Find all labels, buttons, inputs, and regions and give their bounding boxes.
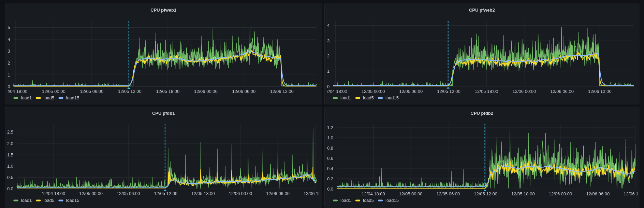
svg-text:12/06 06:00: 12/06 06:00: [232, 89, 256, 94]
svg-text:2: 2: [327, 53, 330, 58]
svg-text:12/04 18:00: 12/04 18:00: [42, 191, 65, 196]
svg-text:0: 0: [327, 84, 330, 89]
svg-text:load5: load5: [363, 198, 374, 203]
svg-text:0.6: 0.6: [327, 156, 333, 161]
svg-text:0.5: 0.5: [7, 175, 13, 180]
svg-text:load1: load1: [21, 95, 32, 100]
svg-text:12/05 06:00: 12/05 06:00: [399, 89, 423, 94]
svg-text:0.2: 0.2: [327, 176, 333, 181]
svg-text:12/05 00:00: 12/05 00:00: [362, 89, 385, 94]
svg-text:2.5: 2.5: [7, 129, 13, 135]
svg-text:12/04 18:00: 12/04 18:00: [362, 191, 385, 196]
svg-text:3: 3: [8, 48, 10, 54]
svg-text:1.0: 1.0: [327, 135, 333, 140]
svg-text:12/05 12:00: 12/05 12:00: [437, 89, 460, 94]
svg-text:1.0: 1.0: [7, 164, 13, 169]
svg-text:load5: load5: [363, 95, 374, 100]
svg-text:1.2: 1.2: [327, 125, 333, 130]
svg-text:CPU pfdb2: CPU pfdb2: [471, 111, 493, 116]
svg-text:12/06 12:00: 12/06 12:00: [588, 89, 612, 94]
svg-text:1: 1: [8, 72, 10, 78]
svg-text:12/05 00:00: 12/05 00:00: [42, 89, 65, 94]
svg-text:0.0: 0.0: [7, 186, 13, 191]
svg-text:CPU pfdb1: CPU pfdb1: [152, 111, 175, 116]
svg-text:load15: load15: [385, 198, 399, 203]
svg-text:load5: load5: [44, 198, 55, 203]
svg-text:0.8: 0.8: [327, 145, 333, 151]
svg-text:12/06 00:00: 12/06 00:00: [194, 89, 218, 94]
svg-text:5: 5: [8, 25, 10, 30]
svg-text:12/06 06:00: 12/06 06:00: [586, 191, 610, 196]
svg-text:12/06 00:00: 12/06 00:00: [549, 191, 572, 196]
svg-text:12/05 06:00: 12/05 06:00: [80, 89, 104, 94]
svg-text:12/05 18:00: 12/05 18:00: [156, 89, 180, 94]
svg-text:2.0: 2.0: [7, 141, 13, 146]
svg-text:4: 4: [327, 23, 330, 28]
svg-text:12/05 00:00: 12/05 00:00: [79, 191, 103, 196]
svg-text:1: 1: [327, 69, 330, 74]
svg-text:12/06 06:00: 12/06 06:00: [266, 191, 290, 196]
svg-text:load15: load15: [66, 198, 79, 203]
svg-text:12/05 00:00: 12/05 00:00: [399, 191, 423, 196]
svg-text:0: 0: [8, 84, 10, 89]
svg-text:0.4: 0.4: [327, 166, 333, 171]
svg-text:12/05 18:00: 12/05 18:00: [511, 191, 535, 196]
svg-text:load15: load15: [385, 95, 399, 100]
svg-text:12/05 12:00: 12/05 12:00: [474, 191, 497, 196]
svg-text:12/05 18:00: 12/05 18:00: [475, 89, 498, 94]
svg-text:3: 3: [327, 38, 330, 43]
svg-text:12/06 00:00: 12/06 00:00: [229, 191, 252, 196]
svg-text:12/05 06:00: 12/05 06:00: [117, 191, 140, 196]
svg-text:12/06 00:00: 12/06 00:00: [513, 89, 536, 94]
svg-text:12/05 12:00: 12/05 12:00: [154, 191, 177, 196]
svg-text:load5: load5: [44, 95, 55, 100]
svg-text:12/05 18:00: 12/05 18:00: [191, 191, 215, 196]
svg-text:1.5: 1.5: [7, 152, 13, 157]
svg-text:CPU pfweb2: CPU pfweb2: [469, 8, 495, 13]
svg-text:load15: load15: [66, 95, 79, 100]
svg-text:load1: load1: [340, 198, 351, 203]
svg-text:load1: load1: [340, 95, 351, 100]
svg-text:12/05 12:00: 12/05 12:00: [118, 89, 142, 94]
svg-text:CPU pfweb1: CPU pfweb1: [150, 8, 176, 13]
svg-text:4: 4: [8, 37, 10, 42]
svg-text:12/05 06:00: 12/05 06:00: [437, 191, 460, 196]
svg-text:0.0: 0.0: [327, 186, 333, 192]
svg-text:load1: load1: [21, 198, 32, 203]
svg-text:2: 2: [8, 60, 10, 66]
svg-text:12/06 06:00: 12/06 06:00: [550, 89, 574, 94]
svg-text:12/06 12:00: 12/06 12:00: [270, 89, 294, 94]
